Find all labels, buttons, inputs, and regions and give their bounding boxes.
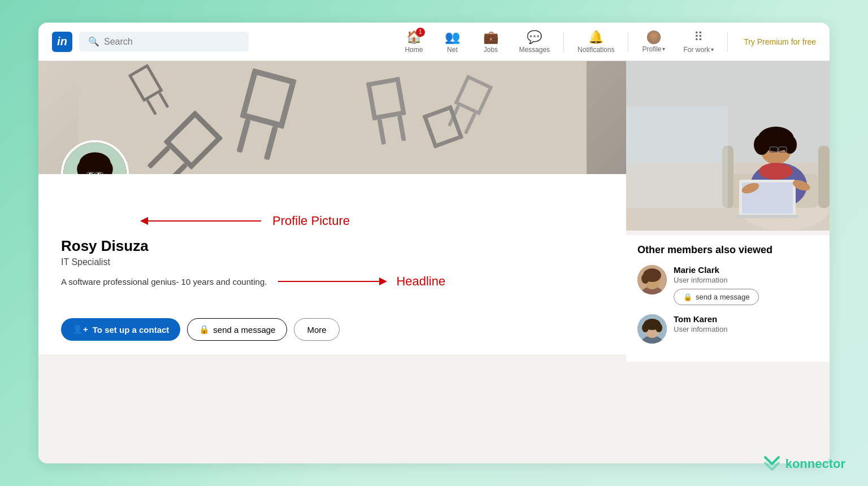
headline-arrow-line	[278, 281, 380, 282]
cover-decoration	[38, 61, 626, 174]
jobs-icon: 💼	[483, 30, 498, 45]
svg-rect-55	[818, 146, 830, 208]
nav-item-network[interactable]: 👥 Net	[435, 27, 469, 57]
messages-icon: 💬	[527, 30, 542, 45]
profile-picture-annotation-text: Profile Picture	[272, 214, 350, 228]
arrow-line	[148, 220, 261, 222]
lock-icon-1: 🔒	[683, 293, 692, 301]
profile-info: Rosy Disuza IT Specialist A software pro…	[38, 228, 626, 305]
also-viewed-card: Other members also viewed Marie Cla	[626, 235, 830, 362]
nav-messages-label: Messages	[519, 46, 550, 54]
member-info-2: Tom Karen User information	[674, 314, 818, 338]
contact-label: To set up a contact	[93, 325, 170, 335]
nav-notifications-label: Notifications	[578, 46, 614, 54]
nav-item-profile[interactable]: Profile ▾	[635, 27, 672, 57]
try-premium-link[interactable]: Try Premium for free	[744, 37, 816, 46]
svg-point-60	[783, 136, 797, 154]
more-button[interactable]: More	[294, 318, 339, 341]
member-avatar-2	[637, 314, 667, 344]
search-icon: 🔍	[88, 36, 99, 47]
nav-divider-1	[563, 32, 564, 52]
action-buttons: 👤+ To set up a contact 🔒 send a message …	[38, 318, 626, 354]
profile-card: Profile Picture Rosy Disuza IT Specialis…	[38, 61, 626, 354]
main-card: in 🔍 🏠1 Home 👥 Net 💼 Jobs 💬 M	[38, 23, 830, 463]
for-work-dropdown-arrow: ▾	[711, 46, 714, 53]
profile-headline-row: A software professional genius- 10 years…	[61, 274, 604, 289]
headline-arrow-head	[379, 277, 387, 285]
home-icon: 🏠1	[406, 30, 422, 45]
svg-point-75	[641, 274, 649, 284]
search-input[interactable]	[104, 37, 240, 47]
home-badge: 1	[416, 28, 425, 37]
send-message-btn-1[interactable]: 🔒 send a message	[674, 289, 759, 305]
nav-network-label: Net	[447, 46, 458, 54]
send-message-button[interactable]: 🔒 send a message	[187, 318, 287, 341]
profile-title: IT Specialist	[61, 257, 604, 267]
member-item-2: Tom Karen User information	[637, 314, 818, 344]
contact-button[interactable]: 👤+ To set up a contact	[61, 318, 180, 341]
more-label: More	[307, 325, 326, 335]
nav-divider-2	[628, 32, 628, 52]
member-item-1: Marie Clark User information 🔒 send a me…	[637, 265, 818, 305]
nav-divider-3	[727, 32, 728, 52]
contact-icon: 👤+	[72, 324, 88, 335]
avatar	[647, 31, 661, 44]
profile-headline: A software professional genius- 10 years…	[61, 277, 267, 287]
navbar: in 🔍 🏠1 Home 👥 Net 💼 Jobs 💬 M	[38, 23, 830, 61]
svg-rect-70	[626, 106, 728, 208]
nav-item-for-work[interactable]: ⠿ For work ▾	[676, 27, 721, 57]
nav-item-notifications[interactable]: 🔔 Notifications	[571, 27, 621, 57]
linkedin-logo[interactable]: in	[52, 32, 72, 52]
nav-items: 🏠1 Home 👥 Net 💼 Jobs 💬 Messages 🔔 Notifi…	[397, 27, 816, 57]
main-content: Profile Picture Rosy Disuza IT Specialis…	[38, 61, 830, 463]
for-work-text: For work	[683, 46, 710, 54]
member-avatar-1	[637, 265, 667, 294]
lock-icon: 🔒	[199, 324, 210, 335]
arrow-head	[140, 217, 148, 225]
member-name-1: Marie Clark	[674, 265, 818, 275]
member-desc-1: User information	[674, 276, 818, 284]
nav-home-label: Home	[405, 46, 423, 54]
sidebar-ad-image	[626, 61, 830, 231]
network-icon: 👥	[445, 30, 460, 45]
notifications-icon: 🔔	[588, 30, 604, 45]
left-panel: Profile Picture Rosy Disuza IT Specialis…	[38, 61, 626, 463]
profile-name: Rosy Disuza	[61, 237, 604, 255]
member-name-2: Tom Karen	[674, 314, 818, 324]
nav-profile-label: Profile ▾	[642, 45, 665, 53]
profile-picture-annotation-arrow	[140, 217, 261, 225]
also-viewed-title: Other members also viewed	[637, 244, 818, 256]
nav-for-work-label: For work ▾	[683, 46, 714, 54]
annotation-row: Profile Picture	[38, 214, 626, 228]
konnector-name: konnector	[785, 457, 845, 471]
member-info-1: Marie Clark User information 🔒 send a me…	[674, 265, 818, 305]
konnector-branding: konnector	[763, 453, 845, 475]
konnector-icon	[763, 453, 781, 475]
send-message-label: send a message	[213, 325, 275, 335]
svg-point-59	[754, 134, 770, 155]
right-sidebar: Other members also viewed Marie Cla	[626, 61, 830, 463]
nav-jobs-label: Jobs	[484, 46, 498, 54]
nav-item-home[interactable]: 🏠1 Home	[397, 27, 431, 57]
avatar-face	[647, 31, 661, 44]
headline-annotation: Headline	[278, 274, 445, 289]
svg-rect-66	[736, 215, 798, 218]
nav-item-messages[interactable]: 💬 Messages	[512, 27, 557, 57]
nav-item-jobs[interactable]: 💼 Jobs	[474, 27, 507, 57]
profile-dropdown-arrow: ▾	[662, 46, 665, 52]
grid-icon: ⠿	[694, 30, 703, 45]
svg-point-80	[642, 323, 649, 332]
member-desc-2: User information	[674, 325, 818, 333]
search-bar[interactable]: 🔍	[79, 32, 249, 51]
profile-label-text: Profile	[642, 45, 661, 53]
cover-image	[38, 61, 626, 174]
svg-point-64	[759, 163, 793, 180]
headline-annotation-text: Headline	[396, 274, 445, 289]
send-msg-label-1: send a message	[696, 293, 749, 301]
svg-point-81	[656, 323, 662, 332]
